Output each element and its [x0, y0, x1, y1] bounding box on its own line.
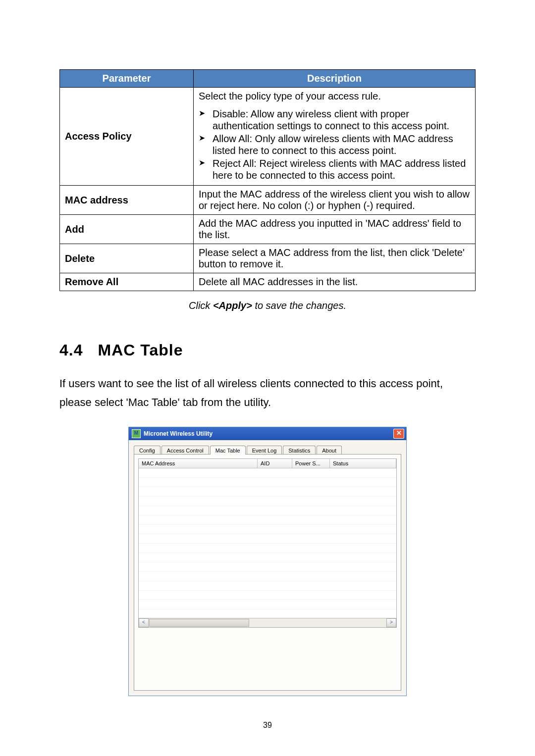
- utility-window: M Micronet Wireless Utility ✕ Config Acc…: [128, 427, 407, 696]
- tab-panel: MAC Address AID Power S... Status: [134, 454, 401, 691]
- col-aid[interactable]: AID: [258, 459, 292, 468]
- param-label: Remove All: [60, 273, 194, 291]
- parameter-table: Parameter Description Access Policy Sele…: [59, 69, 476, 291]
- apply-caption: Click <Apply> to save the changes.: [59, 300, 476, 311]
- bullet-icon: ➤: [199, 133, 213, 144]
- tab-mac-table[interactable]: Mac Table: [210, 446, 246, 454]
- tab-event-log[interactable]: Event Log: [247, 446, 282, 454]
- col-mac-address[interactable]: MAC Address: [139, 459, 258, 468]
- list-item[interactable]: [139, 544, 396, 553]
- section-number: 4.4: [59, 341, 83, 359]
- scroll-left-icon[interactable]: <: [139, 618, 149, 627]
- list-item[interactable]: [139, 591, 396, 600]
- tab-statistics[interactable]: Statistics: [283, 446, 316, 454]
- tab-access-control[interactable]: Access Control: [161, 446, 209, 454]
- list-item[interactable]: [139, 515, 396, 525]
- tab-about[interactable]: About: [317, 446, 342, 454]
- scrollbar-thumb[interactable]: [149, 619, 249, 627]
- bullet-text: Reject All: Reject wireless clients with…: [213, 157, 470, 181]
- table-row: Access Policy Select the policy type of …: [60, 88, 476, 186]
- app-icon: M: [132, 429, 141, 438]
- param-desc: Select the policy type of your access ru…: [194, 88, 476, 186]
- list-item[interactable]: [139, 525, 396, 534]
- tab-strip: Config Access Control Mac Table Event Lo…: [129, 440, 406, 454]
- list-item[interactable]: [139, 506, 396, 515]
- list-item[interactable]: [139, 562, 396, 572]
- window-titlebar[interactable]: M Micronet Wireless Utility ✕: [129, 427, 406, 440]
- param-desc: Please select a MAC address from the lis…: [194, 244, 476, 273]
- listview-body: [139, 468, 396, 618]
- page-number: 39: [59, 721, 476, 730]
- list-item[interactable]: [139, 497, 396, 506]
- table-row: Add Add the MAC address you inputted in …: [60, 215, 476, 244]
- param-label: Add: [60, 215, 194, 244]
- bullet-icon: ➤: [199, 157, 213, 168]
- list-item[interactable]: [139, 468, 396, 478]
- table-row: MAC address Input the MAC address of the…: [60, 186, 476, 215]
- list-item[interactable]: [139, 478, 396, 487]
- list-item[interactable]: [139, 581, 396, 591]
- bullet-icon: ➤: [199, 108, 213, 119]
- param-desc: Add the MAC address you inputted in 'MAC…: [194, 215, 476, 244]
- section-title: MAC Table: [98, 341, 183, 359]
- apply-keyword: <Apply>: [213, 300, 252, 311]
- horizontal-scrollbar[interactable]: < >: [139, 618, 396, 627]
- col-parameter: Parameter: [60, 70, 194, 88]
- param-label: Access Policy: [60, 88, 194, 186]
- param-desc: Input the MAC address of the wireless cl…: [194, 186, 476, 215]
- scrollbar-track[interactable]: [149, 619, 386, 627]
- list-item[interactable]: [139, 609, 396, 618]
- window-title: Micronet Wireless Utility: [144, 430, 393, 437]
- col-description: Description: [194, 70, 476, 88]
- mac-listview[interactable]: MAC Address AID Power S... Status: [138, 458, 397, 628]
- section-body: If users want to see the list of all wir…: [59, 374, 476, 412]
- scroll-right-icon[interactable]: >: [386, 618, 396, 627]
- list-item[interactable]: [139, 534, 396, 544]
- section-heading: 4.4MAC Table: [59, 341, 476, 359]
- param-label: MAC address: [60, 186, 194, 215]
- close-icon[interactable]: ✕: [393, 429, 404, 439]
- bullet-text: Disable: Allow any wireless client with …: [213, 108, 470, 132]
- tab-config[interactable]: Config: [134, 446, 160, 454]
- desc-intro: Select the policy type of your access ru…: [199, 91, 470, 102]
- table-row: Remove All Delete all MAC addresses in t…: [60, 273, 476, 291]
- col-power-saving[interactable]: Power S...: [292, 459, 330, 468]
- list-item[interactable]: [139, 487, 396, 497]
- param-label: Delete: [60, 244, 194, 273]
- list-item[interactable]: [139, 572, 396, 581]
- list-item[interactable]: [139, 600, 396, 609]
- table-row: Delete Please select a MAC address from …: [60, 244, 476, 273]
- param-desc: Delete all MAC addresses in the list.: [194, 273, 476, 291]
- list-item[interactable]: [139, 553, 396, 562]
- listview-header: MAC Address AID Power S... Status: [139, 459, 396, 468]
- bullet-text: Allow All: Only allow wireless clients w…: [213, 133, 470, 156]
- col-status[interactable]: Status: [330, 459, 396, 468]
